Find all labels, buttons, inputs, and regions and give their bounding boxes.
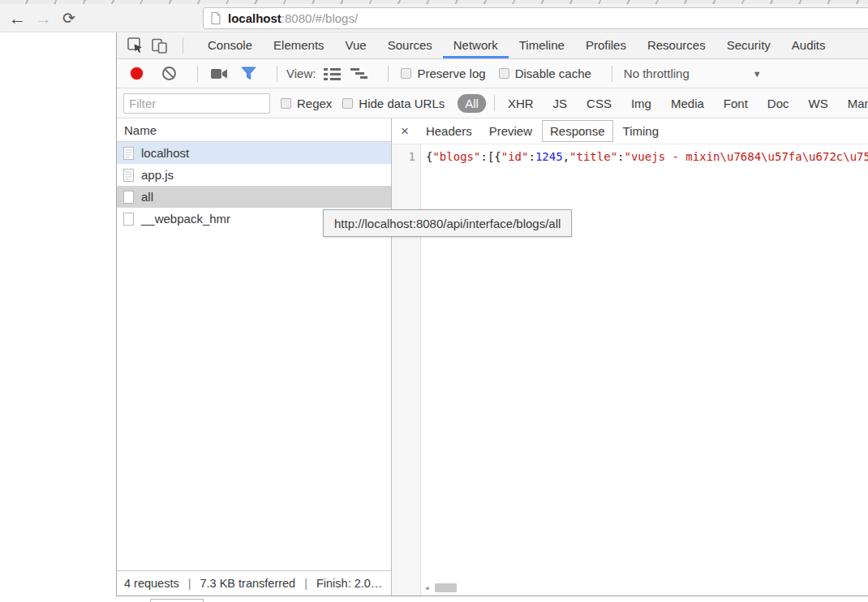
regex-label: Regex <box>297 97 332 110</box>
status-segment: 7.3 KB transferred <box>200 577 296 590</box>
response-token: : <box>617 150 624 163</box>
devtools-tabbar: ConsoleElementsVueSourcesNetworkTimeline… <box>117 32 868 59</box>
request-list: localhostapp.jsall__webpack_hmr <box>117 142 391 570</box>
devtools-tab-resources[interactable]: Resources <box>637 32 716 58</box>
divider <box>197 66 198 82</box>
response-token: "title" <box>569 150 617 163</box>
network-status-bar: 4 requests|7.3 KB transferred|Finish: 2.… <box>117 570 391 596</box>
request-name: app.js <box>141 168 174 182</box>
devtools-tab-security[interactable]: Security <box>716 32 781 58</box>
filter-type-xhr[interactable]: XHR <box>498 97 544 110</box>
filter-type-img[interactable]: Img <box>621 97 661 110</box>
status-segment: Finish: 2.0… <box>316 577 382 590</box>
url-host: localhost <box>228 11 281 25</box>
request-row-app.js[interactable]: app.js <box>117 164 391 186</box>
record-icon[interactable] <box>131 67 143 80</box>
detail-tab-response[interactable]: Response <box>542 120 613 142</box>
divider <box>494 95 495 111</box>
request-row-all[interactable]: all <box>117 186 391 208</box>
regex-checkbox[interactable] <box>281 98 291 109</box>
filter-funnel-icon[interactable] <box>241 67 256 80</box>
status-separator: | <box>304 577 307 590</box>
request-name: localhost <box>141 146 189 160</box>
filter-type-ws[interactable]: WS <box>799 97 838 110</box>
page-icon <box>211 12 221 24</box>
blank-icon <box>123 191 134 204</box>
detail-tab-headers[interactable]: Headers <box>419 121 479 141</box>
detail-tab-list: HeadersPreviewResponseTiming <box>419 120 668 142</box>
response-token: "id" <box>501 150 529 163</box>
devtools-tab-console[interactable]: Console <box>197 32 263 58</box>
filter-type-all[interactable]: All <box>458 94 486 113</box>
url-path: :8080/#/blogs/ <box>281 11 358 25</box>
forward-icon[interactable]: → <box>35 10 52 27</box>
response-token: : <box>528 150 535 163</box>
request-detail-pane: × HeadersPreviewResponseTiming 1 {"blogs… <box>392 118 868 596</box>
detail-tab-preview[interactable]: Preview <box>482 121 539 141</box>
chevron-down-icon: ▼ <box>753 69 762 79</box>
throttling-value: No throttling <box>624 67 690 80</box>
request-name: __webpack_hmr <box>141 212 230 226</box>
name-column-header[interactable]: Name <box>117 118 391 142</box>
inspect-element-icon[interactable] <box>127 37 144 54</box>
reload-icon[interactable]: ⟳ <box>62 11 75 26</box>
resource-type-filter-list: AllXHRJSCSSImgMediaFontDocWSManifestOthe… <box>449 94 868 113</box>
filter-type-doc[interactable]: Doc <box>758 97 799 110</box>
network-filter-bar: Regex Hide data URLs AllXHRJSCSSImgMedia… <box>117 88 868 118</box>
preserve-log-label: Preserve log <box>417 67 485 80</box>
document-icon <box>123 147 134 160</box>
preserve-log-checkbox[interactable] <box>401 68 411 79</box>
divider <box>612 66 612 82</box>
throttling-select[interactable]: No throttling ▼ <box>624 67 762 80</box>
filter-type-font[interactable]: Font <box>714 97 758 110</box>
filter-type-manifest[interactable]: Manifest <box>838 97 868 110</box>
response-token: 1245 <box>535 150 563 163</box>
page-content-area <box>0 32 116 602</box>
devtools-tab-list: ConsoleElementsVueSourcesNetworkTimeline… <box>197 32 836 58</box>
detail-tabbar: × HeadersPreviewResponseTiming <box>392 118 868 144</box>
scrollbar-thumb[interactable] <box>435 583 457 592</box>
hide-data-urls-checkbox[interactable] <box>342 98 353 109</box>
filter-type-media[interactable]: Media <box>661 97 714 110</box>
devtools-tab-elements[interactable]: Elements <box>263 32 335 58</box>
url-bar[interactable]: localhost:8080/#/blogs/ <box>203 7 868 29</box>
toggle-device-toolbar-icon[interactable] <box>151 37 168 54</box>
clear-icon[interactable] <box>161 66 177 81</box>
network-main: Name localhostapp.jsall__webpack_hmr 4 r… <box>117 118 868 596</box>
devtools-tab-timeline[interactable]: Timeline <box>509 32 575 58</box>
filter-type-css[interactable]: CSS <box>577 97 621 110</box>
divider <box>388 66 389 82</box>
devtools-panel: ConsoleElementsVueSourcesNetworkTimeline… <box>116 32 868 596</box>
devtools-tab-sources[interactable]: Sources <box>377 32 443 58</box>
request-name: all <box>141 190 153 204</box>
scroll-left-icon[interactable]: ◂ <box>424 583 430 592</box>
response-token: "blogs" <box>432 150 480 163</box>
network-controls-bar: View: Preserve log Disable cache No thro… <box>117 59 868 88</box>
divider <box>183 37 183 54</box>
disable-cache-checkbox[interactable] <box>499 68 509 79</box>
line-number: 1 <box>409 150 415 163</box>
filter-input[interactable] <box>123 93 270 114</box>
use-large-rows-icon[interactable] <box>324 67 341 80</box>
response-token: :[{ <box>480 150 501 163</box>
horizontal-scrollbar[interactable]: ◂ <box>424 583 865 593</box>
devtools-tab-network[interactable]: Network <box>443 32 509 58</box>
show-waterfall-icon[interactable] <box>350 67 367 80</box>
devtools-tab-profiles[interactable]: Profiles <box>575 32 637 58</box>
browser-toolbar: ← → ⟳ localhost:8080/#/blogs/ <box>0 4 868 32</box>
view-label: View: <box>286 67 316 80</box>
requests-pane: Name localhostapp.jsall__webpack_hmr 4 r… <box>117 118 392 596</box>
devtools-tab-audits[interactable]: Audits <box>781 32 836 58</box>
detail-tab-timing[interactable]: Timing <box>616 121 666 141</box>
disable-cache-label: Disable cache <box>515 67 591 80</box>
request-row-localhost[interactable]: localhost <box>117 142 391 164</box>
back-icon[interactable]: ← <box>9 10 26 27</box>
divider <box>277 66 277 82</box>
devtools-tab-vue[interactable]: Vue <box>335 32 377 58</box>
status-separator: | <box>188 577 191 590</box>
filter-type-js[interactable]: JS <box>544 97 578 110</box>
status-segment: 4 requests <box>124 577 179 590</box>
close-icon[interactable]: × <box>401 123 409 140</box>
screenshot-camera-icon[interactable] <box>211 68 228 80</box>
page-bottom-strip <box>116 596 868 602</box>
